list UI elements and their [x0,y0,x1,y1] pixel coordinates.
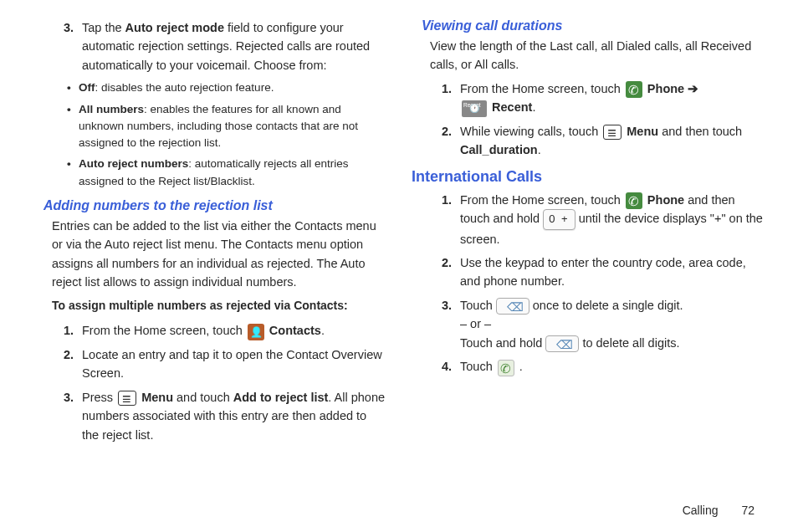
page-number: 72 [741,504,755,517]
left-column: 3. Tap the Auto reject mode field to con… [33,18,386,449]
zero-plus-key-icon: 0 + [543,209,575,229]
menu-icon [118,391,136,406]
page-columns: 3. Tap the Auto reject mode field to con… [33,18,765,449]
delete-key-icon [496,298,529,315]
bullet-auto-reject: • Auto reject numbers: automatically rej… [33,156,386,190]
intl-step-3: 3. Touch once to delete a single digit. … [437,296,765,352]
step-text: Tap the Auto reject mode field to config… [82,18,386,74]
delete-key-icon [545,335,579,352]
assign-step-3: 3. Press Menu and touch Add to reject li… [59,388,386,444]
assign-step-1: 1. From the Home screen, touch Contacts. [59,321,386,340]
heading-viewing-durations: Viewing call durations [422,18,765,33]
phone-icon [626,81,642,98]
intl-step-1: 1. From the Home screen, touch Phone and… [437,191,765,248]
assign-step-2: 2. Locate an entry and tap it to open th… [59,345,386,383]
para-adding: Entries can be added to the list via eit… [33,217,386,292]
dial-icon [498,360,514,376]
heading-adding-numbers: Adding numbers to the rejection list [43,198,386,213]
contacts-icon [248,324,264,340]
section-name: Calling [683,504,719,517]
para-view: View the length of the Last call, all Di… [412,37,765,74]
step-3-auto-reject: 3. Tap the Auto reject mode field to con… [59,18,386,74]
bullet-off: • Off: disables the auto rejection featu… [33,79,386,96]
view-step-1: 1. From the Home screen, touch Phone ➔ R… [437,79,765,117]
intl-step-2: 2. Use the keypad to enter the country c… [437,253,765,291]
recent-icon [462,100,487,117]
phone-icon [626,192,642,209]
intl-step-4: 4. Touch . [437,357,765,376]
menu-icon [603,125,622,140]
view-step-2: 2. While viewing calls, touch Menu and t… [437,122,765,160]
para-assign-heading: To assign multiple numbers as rejected v… [33,297,386,315]
right-column: Viewing call durations View the length o… [412,18,765,449]
step-number: 3. [59,18,82,74]
bullet-all-numbers: • All numbers: enables the features for … [33,101,386,152]
heading-international-calls: International Calls [412,168,765,186]
page-footer: Calling 72 [683,504,755,517]
